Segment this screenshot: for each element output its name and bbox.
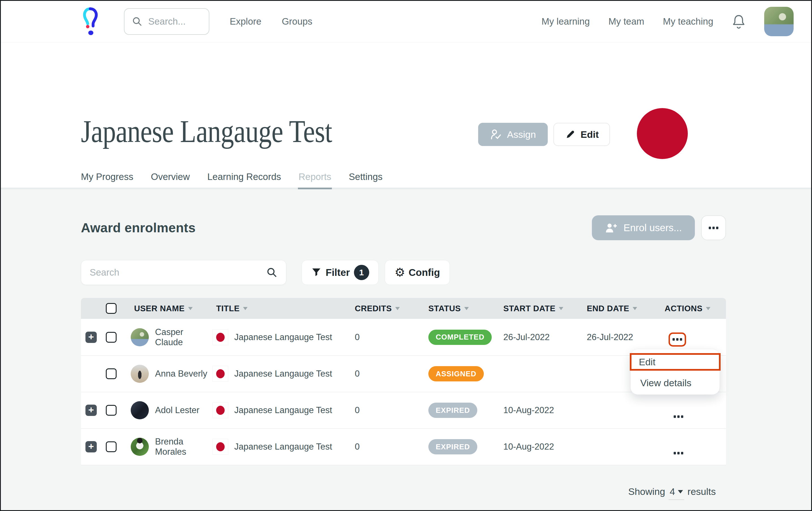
- global-search-box[interactable]: [124, 8, 209, 35]
- page-title: Japanese Langauge Test: [81, 113, 332, 150]
- row-checkbox[interactable]: [106, 405, 117, 416]
- tab-my-progress[interactable]: My Progress: [81, 166, 133, 188]
- award-flag-icon: [213, 366, 228, 381]
- tab-learning-records[interactable]: Learning Records: [207, 166, 281, 188]
- assign-button-label: Assign: [507, 129, 536, 140]
- award-cover-japan-flag: [637, 108, 688, 159]
- notifications-bell-icon[interactable]: [732, 13, 746, 29]
- filter-button[interactable]: Filter 1: [301, 260, 379, 285]
- sort-caret-icon: [633, 307, 637, 310]
- status-badge: ASSIGNED: [428, 366, 484, 381]
- table-toolbar: Filter 1 ⚙ Config: [81, 260, 726, 285]
- more-actions-button[interactable]: [701, 215, 726, 240]
- enrol-users-label: Enrol users...: [624, 222, 682, 233]
- filter-button-label: Filter: [326, 267, 350, 278]
- tab-reports[interactable]: Reports: [298, 166, 331, 188]
- assign-button[interactable]: Assign: [478, 123, 548, 146]
- gear-icon: ⚙: [395, 266, 405, 278]
- sort-caret-icon: [188, 307, 193, 310]
- sort-caret-icon: [243, 307, 248, 310]
- award-flag-icon: [213, 403, 228, 418]
- results-summary: Showing 4 results: [81, 486, 726, 500]
- table-row: Anna Beverly Japanese Langauge Test 0 AS…: [81, 356, 726, 392]
- col-credits[interactable]: CREDITS: [351, 304, 425, 313]
- award-title: Japanese Langauge Test: [234, 405, 332, 415]
- col-title[interactable]: TITLE: [213, 304, 351, 313]
- search-icon: [266, 267, 278, 278]
- enrolments-search-input[interactable]: [90, 267, 266, 278]
- tab-settings[interactable]: Settings: [349, 166, 382, 188]
- primary-nav: Explore Groups: [230, 16, 312, 27]
- enrol-users-button[interactable]: Enrol users...: [592, 215, 695, 240]
- menu-item-edit-highlighted[interactable]: Edit: [630, 353, 721, 371]
- avatar: [131, 328, 149, 346]
- section-heading: Award enrolments: [81, 220, 196, 235]
- table-header-row: USER NAME TITLE CREDITS STATUS START DAT…: [81, 298, 726, 319]
- person-plus-icon: [605, 222, 617, 234]
- col-user-name[interactable]: USER NAME: [131, 304, 213, 313]
- chevron-down-icon: [678, 490, 683, 493]
- row-actions-button[interactable]: [674, 415, 683, 418]
- select-all-checkbox[interactable]: [106, 303, 117, 314]
- edit-button-label: Edit: [581, 129, 599, 140]
- row-checkbox[interactable]: [106, 442, 117, 452]
- config-button[interactable]: ⚙ Config: [385, 260, 450, 285]
- person-check-icon: [490, 129, 502, 140]
- user-name: Brenda Morales: [155, 436, 213, 457]
- tab-overview[interactable]: Overview: [151, 166, 190, 188]
- avatar: [131, 401, 149, 419]
- award-title: Japanese Langauge Test: [234, 332, 332, 342]
- nav-groups[interactable]: Groups: [282, 16, 312, 27]
- expand-row-button[interactable]: +: [85, 332, 97, 343]
- ellipsis-icon: [672, 338, 682, 341]
- menu-item-view-details[interactable]: View details: [631, 375, 720, 391]
- start-date: 26-Jul-2022: [500, 332, 583, 342]
- nav-my-learning[interactable]: My learning: [542, 16, 590, 27]
- col-actions[interactable]: ACTIONS: [661, 304, 726, 313]
- status-badge: EXPIRED: [428, 403, 477, 418]
- table-row: + Casper Claude Japanese Langauge Test 0…: [81, 319, 726, 356]
- status-badge: EXPIRED: [428, 439, 477, 454]
- award-flag-icon: [213, 439, 228, 454]
- pencil-icon: [565, 129, 576, 140]
- results-count-dropdown[interactable]: 4: [669, 486, 684, 500]
- filter-count-badge: 1: [354, 265, 369, 280]
- row-checkbox[interactable]: [106, 332, 117, 343]
- col-end-date[interactable]: END DATE: [583, 304, 661, 313]
- avatar: [131, 365, 149, 383]
- results-count: 4: [670, 486, 675, 497]
- expand-row-button[interactable]: +: [85, 441, 97, 452]
- nav-my-teaching[interactable]: My teaching: [663, 16, 713, 27]
- top-navigation-bar: Explore Groups My learning My team My te…: [1, 1, 811, 42]
- credits-value: 0: [351, 332, 425, 342]
- nav-explore[interactable]: Explore: [230, 16, 261, 27]
- credits-value: 0: [351, 405, 425, 415]
- profile-avatar[interactable]: [764, 7, 793, 36]
- start-date: 10-Aug-2022: [500, 442, 583, 452]
- funnel-icon: [311, 267, 322, 278]
- nav-my-team[interactable]: My team: [609, 16, 644, 27]
- row-actions-button-highlighted[interactable]: [669, 333, 686, 347]
- edit-award-button[interactable]: Edit: [553, 123, 610, 146]
- table-row: + Brenda Morales Japanese Langauge Test …: [81, 428, 726, 465]
- end-date: 26-Jul-2022: [583, 332, 661, 342]
- top-right-nav: My learning My team My teaching: [542, 7, 793, 36]
- config-button-label: Config: [409, 267, 440, 278]
- sort-caret-icon: [464, 307, 469, 310]
- results-label: results: [688, 486, 716, 497]
- credits-value: 0: [351, 442, 425, 452]
- brand-lightbulb-logo[interactable]: [82, 6, 99, 36]
- award-title: Japanese Langauge Test: [234, 369, 332, 379]
- enrolments-search-box[interactable]: [81, 260, 286, 285]
- row-checkbox[interactable]: [106, 368, 117, 379]
- credits-value: 0: [351, 369, 425, 379]
- col-status[interactable]: STATUS: [425, 304, 500, 313]
- app-window: Explore Groups My learning My team My te…: [0, 0, 812, 511]
- table-row: + Adol Lester Japanese Langauge Test 0 E…: [81, 392, 726, 428]
- col-start-date[interactable]: START DATE: [500, 304, 583, 313]
- global-search-input[interactable]: [148, 16, 201, 27]
- row-actions-button[interactable]: [674, 452, 683, 454]
- award-hero: Japanese Langauge Test Assign Edit: [1, 42, 811, 189]
- sort-caret-icon: [395, 307, 400, 310]
- expand-row-button[interactable]: +: [85, 405, 97, 416]
